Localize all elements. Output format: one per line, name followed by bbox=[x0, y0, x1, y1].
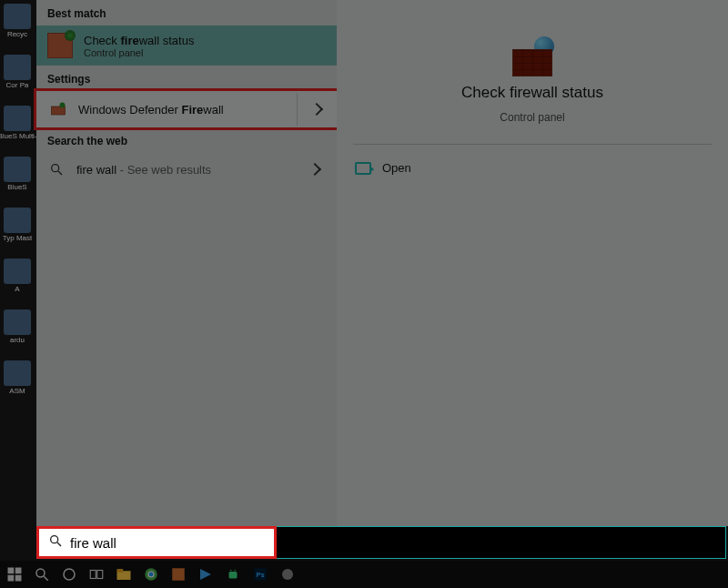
file-explorer-icon[interactable] bbox=[113, 563, 135, 585]
open-icon bbox=[355, 162, 371, 175]
svg-point-2 bbox=[52, 165, 59, 172]
svg-rect-13 bbox=[90, 571, 96, 579]
svg-rect-14 bbox=[97, 571, 103, 579]
vscode-icon[interactable] bbox=[195, 563, 217, 585]
expand-chevron[interactable] bbox=[304, 165, 326, 174]
desktop-icons-column: Recyc Cor Pa BlueS Multi- BlueS Typ Mast… bbox=[0, 0, 36, 411]
svg-rect-6 bbox=[8, 568, 15, 574]
search-row-remainder bbox=[276, 527, 725, 558]
taskbar-app-icon[interactable] bbox=[167, 563, 189, 585]
open-label: Open bbox=[382, 161, 411, 175]
best-match-subtitle: Control panel bbox=[84, 47, 194, 58]
svg-text:Ps: Ps bbox=[256, 571, 264, 579]
best-match-texts: Check firewall status Control panel bbox=[84, 34, 194, 58]
svg-point-23 bbox=[235, 570, 237, 572]
desktop-icon[interactable]: Typ Mast bbox=[2, 208, 33, 246]
svg-point-22 bbox=[230, 570, 232, 572]
photoshop-icon[interactable]: Ps bbox=[249, 563, 271, 585]
expand-chevron[interactable] bbox=[297, 93, 335, 126]
web-result-label: fire wall - See web results bbox=[76, 163, 293, 177]
firewall-large-icon bbox=[507, 36, 558, 76]
svg-rect-8 bbox=[8, 575, 15, 582]
chrome-icon[interactable] bbox=[140, 563, 162, 585]
start-search-panel: Best match Check firewall status Control… bbox=[36, 0, 337, 526]
svg-rect-9 bbox=[15, 575, 22, 582]
chevron-right-icon bbox=[309, 103, 322, 116]
svg-point-1 bbox=[60, 103, 66, 108]
desktop-icon[interactable]: A bbox=[2, 259, 33, 297]
svg-point-26 bbox=[282, 569, 293, 580]
search-icon bbox=[48, 533, 63, 552]
taskbar-app-icon[interactable] bbox=[277, 563, 298, 585]
best-match-title: Check firewall status bbox=[84, 34, 194, 47]
desktop-icon[interactable]: Recyc bbox=[2, 4, 33, 42]
svg-point-12 bbox=[64, 569, 75, 580]
settings-result-defender-firewall[interactable]: Windows Defender Firewall bbox=[36, 91, 337, 127]
start-button[interactable] bbox=[4, 563, 25, 585]
svg-rect-20 bbox=[172, 568, 185, 581]
svg-line-11 bbox=[44, 576, 48, 581]
detail-subtitle: Control panel bbox=[500, 111, 564, 124]
cortana-icon[interactable] bbox=[58, 563, 80, 585]
result-detail-pane: Check firewall status Control panel Open bbox=[337, 0, 728, 526]
desktop-icon[interactable]: Cor Pa bbox=[2, 55, 33, 93]
section-best-match: Best match bbox=[36, 0, 337, 25]
svg-point-4 bbox=[51, 536, 58, 543]
settings-result-label: Windows Defender Firewall bbox=[78, 103, 286, 117]
detail-title: Check firewall status bbox=[461, 84, 603, 102]
desktop-icon[interactable]: BlueS Multi- bbox=[2, 106, 33, 144]
svg-rect-16 bbox=[117, 569, 124, 573]
section-settings: Settings bbox=[36, 66, 337, 91]
svg-rect-7 bbox=[15, 568, 22, 574]
open-action[interactable]: Open bbox=[337, 154, 728, 182]
divider bbox=[353, 144, 712, 145]
section-search-web: Search the web bbox=[36, 127, 337, 153]
desktop-icon[interactable]: BlueS bbox=[2, 157, 33, 195]
svg-rect-21 bbox=[229, 572, 238, 579]
firewall-small-icon bbox=[49, 100, 67, 118]
svg-line-3 bbox=[58, 171, 62, 175]
desktop-icon[interactable]: ardu bbox=[2, 309, 33, 348]
search-icon bbox=[47, 160, 66, 178]
chevron-right-icon bbox=[308, 163, 321, 176]
taskbar-search-icon[interactable] bbox=[31, 563, 53, 585]
android-icon[interactable] bbox=[222, 563, 244, 585]
search-box[interactable] bbox=[39, 529, 274, 556]
search-row bbox=[36, 526, 726, 559]
taskbar: Ps bbox=[0, 561, 728, 588]
svg-line-5 bbox=[57, 542, 61, 546]
search-input[interactable] bbox=[70, 535, 265, 551]
best-match-result[interactable]: Check firewall status Control panel bbox=[36, 25, 337, 66]
web-search-result[interactable]: fire wall - See web results bbox=[36, 153, 337, 186]
firewall-icon bbox=[47, 33, 73, 58]
svg-point-10 bbox=[36, 569, 45, 577]
task-view-icon[interactable] bbox=[86, 563, 107, 585]
desktop-icon[interactable]: ASM bbox=[2, 360, 33, 399]
